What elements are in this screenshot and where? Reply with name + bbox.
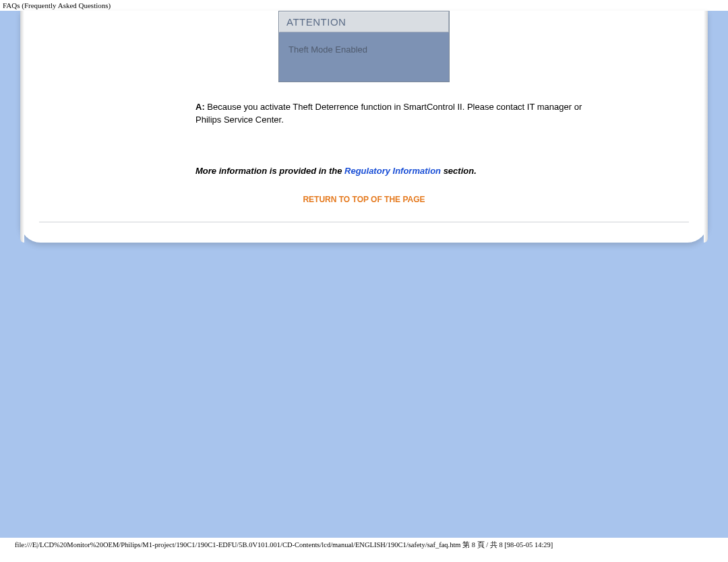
more-info-prefix: More information is provided in the: [195, 166, 344, 176]
more-info: More information is provided in the Regu…: [34, 166, 694, 176]
answer-label: A:: [195, 102, 205, 112]
more-info-suffix: section.: [441, 166, 477, 176]
dialog-wrapper: ATTENTION Theft Mode Enabled: [34, 11, 694, 82]
page-title: FAQs (Frequently Asked Questions): [0, 0, 728, 9]
content-card: ATTENTION Theft Mode Enabled A: Because …: [20, 11, 708, 243]
page-background: ATTENTION Theft Mode Enabled A: Because …: [0, 11, 728, 538]
dialog-title: ATTENTION: [279, 11, 449, 32]
answer-block: A: Because you activate Theft Deterrence…: [34, 101, 694, 127]
divider: [39, 222, 689, 222]
footer-path: file:///E|/LCD%20Monitor%20OEM/Philips/M…: [0, 538, 728, 554]
blue-filler: [20, 243, 708, 538]
return-to-top-link[interactable]: RETURN TO TOP OF THE PAGE: [34, 195, 694, 204]
dialog-body: Theft Mode Enabled: [279, 32, 449, 82]
attention-dialog: ATTENTION Theft Mode Enabled: [278, 11, 450, 82]
answer-text: Because you activate Theft Deterrence fu…: [195, 102, 582, 125]
regulatory-information-link[interactable]: Regulatory Information: [344, 166, 441, 176]
